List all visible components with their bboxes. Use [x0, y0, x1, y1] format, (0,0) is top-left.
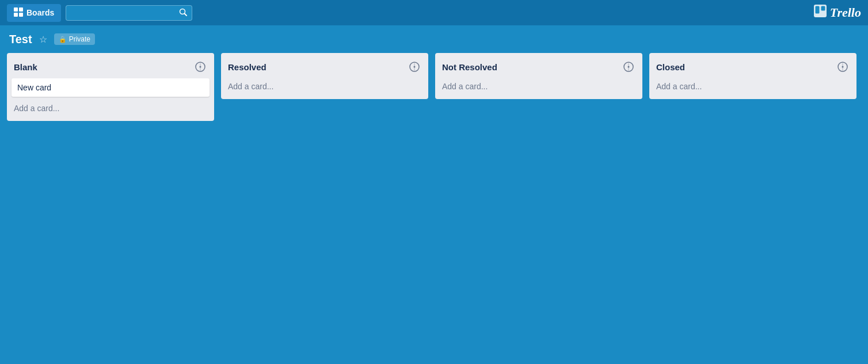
topbar: Boards Trello [0, 0, 868, 25]
column-title-resolved: Resolved [228, 62, 267, 72]
topbar-right: Trello [814, 5, 861, 21]
add-card-button-resolved[interactable]: Add a card... [226, 78, 424, 94]
privacy-label: Private [69, 35, 90, 43]
board-title: Test [9, 33, 32, 46]
boards-button[interactable]: Boards [7, 4, 61, 22]
column-title-closed: Closed [656, 62, 685, 72]
search-icon [179, 8, 187, 18]
column-not-resolved: Not Resolved Add a card... [435, 53, 642, 99]
column-menu-icon-closed[interactable] [836, 60, 850, 74]
svg-rect-1 [19, 7, 23, 12]
boards-label: Boards [26, 8, 54, 17]
privacy-badge[interactable]: 🔒 Private [54, 33, 95, 45]
logo-text: Trello [830, 5, 861, 20]
svg-rect-0 [14, 7, 18, 12]
column-header-blank: Blank [12, 58, 210, 78]
column-menu-icon-not-resolved[interactable] [622, 60, 635, 74]
topbar-left: Boards [7, 4, 192, 22]
column-closed: Closed Add a card... [649, 53, 856, 99]
column-blank: Blank New cardAdd a card... [7, 53, 214, 121]
column-header-resolved: Resolved [226, 58, 424, 78]
search-bar[interactable] [66, 5, 192, 21]
column-title-not-resolved: Not Resolved [442, 62, 497, 72]
column-header-closed: Closed [654, 58, 852, 78]
trello-logo-icon [814, 5, 827, 21]
board-header: Test ☆ 🔒 Private [0, 25, 868, 53]
add-card-button-closed[interactable]: Add a card... [654, 78, 852, 94]
lock-icon: 🔒 [59, 36, 67, 43]
card-blank-0[interactable]: New card [12, 78, 210, 97]
column-header-not-resolved: Not Resolved [440, 58, 638, 78]
add-card-button-blank[interactable]: Add a card... [12, 100, 210, 116]
add-card-button-not-resolved[interactable]: Add a card... [440, 78, 638, 94]
svg-rect-8 [821, 6, 825, 11]
column-menu-icon-resolved[interactable] [408, 60, 421, 74]
column-title-blank: Blank [14, 62, 37, 72]
svg-line-5 [185, 13, 187, 16]
svg-rect-2 [14, 13, 18, 17]
board-columns: Blank New cardAdd a card...Resolved Add … [0, 53, 868, 121]
boards-grid-icon [14, 7, 23, 18]
star-icon[interactable]: ☆ [39, 34, 47, 45]
svg-rect-3 [19, 13, 23, 17]
column-menu-icon-blank[interactable] [193, 60, 207, 74]
svg-rect-7 [815, 6, 819, 14]
trello-logo: Trello [814, 5, 861, 21]
column-resolved: Resolved Add a card... [221, 53, 428, 99]
search-input[interactable] [71, 9, 179, 17]
